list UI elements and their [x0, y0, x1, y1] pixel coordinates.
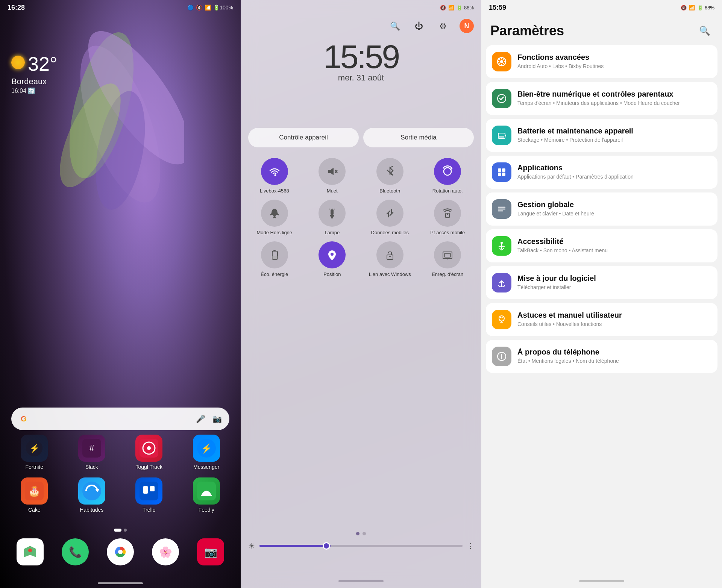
- dock-camera[interactable]: 📷: [197, 538, 224, 565]
- a-propos-text: À propos du téléphone État • Mentions lé…: [517, 348, 711, 365]
- cake-icon: 🎂: [21, 477, 48, 505]
- dock-flower[interactable]: 🌸: [152, 538, 179, 565]
- dock-chrome[interactable]: [107, 538, 134, 565]
- qs-buttons-row: Contrôle appareil Sortie média: [248, 128, 474, 147]
- qs-account-avatar[interactable]: N: [460, 19, 474, 33]
- google-logo: G: [17, 412, 30, 425]
- qs-power-icon[interactable]: ⏻: [411, 19, 426, 34]
- brightness-track[interactable]: [259, 545, 463, 547]
- applications-title: Applications: [517, 164, 711, 172]
- settings-item-astuces[interactable]: Astuces et manuel utilisateur Conseils u…: [486, 303, 717, 336]
- qs-tile-bluetooth[interactable]: Bluetooth: [364, 158, 416, 194]
- gestion-globale-icon: [492, 199, 511, 219]
- settings-item-accessibilite[interactable]: Accessibilité TalkBack • Son mono • Assi…: [486, 229, 717, 262]
- bluetooth-tile-icon: [376, 158, 403, 185]
- settings-item-fonctions-avancees[interactable]: Fonctions avancées Android Auto • Labs •…: [486, 45, 717, 78]
- qs-clock: 15:59 mer. 31 août: [323, 38, 399, 83]
- svg-text:🎂: 🎂: [28, 485, 41, 497]
- google-search-bar[interactable]: G 🎤 📷: [11, 408, 229, 430]
- fonctions-avancees-sub: Android Auto • Labs • Bixby Routines: [517, 63, 711, 70]
- qs-tile-location[interactable]: Position: [306, 241, 359, 278]
- a-propos-title: À propos du téléphone: [517, 348, 711, 356]
- wifi-tile-icon: [261, 158, 288, 185]
- settings-item-mise-a-jour[interactable]: Mise à jour du logiciel Télécharger et i…: [486, 266, 717, 299]
- svg-rect-46: [444, 253, 450, 257]
- qs-tile-flashlight[interactable]: Lampe: [306, 200, 359, 236]
- sortie-media-button[interactable]: Sortie média: [363, 128, 474, 147]
- svg-rect-40: [273, 250, 276, 251]
- svg-rect-32: [331, 209, 334, 215]
- app-toggl[interactable]: Toggl Track: [122, 435, 176, 470]
- qs-search-icon[interactable]: 🔍: [387, 19, 402, 34]
- app-habitudes[interactable]: Habitudes: [65, 477, 119, 513]
- dock-phone[interactable]: 📞: [62, 538, 89, 565]
- rotation-tile-label: Rotation auto.: [432, 188, 463, 194]
- home-screen: 16:28 🔵 🔇 📶 🔋100% 32° Bordeaux 16:04 🔄 G…: [0, 0, 241, 588]
- svg-point-50: [500, 60, 503, 63]
- a-propos-sub: État • Mentions légales • Nom du télépho…: [517, 358, 711, 365]
- svg-rect-16: [82, 482, 101, 500]
- app-feedly[interactable]: Feedly: [180, 477, 234, 513]
- location-tile-label: Position: [323, 271, 341, 278]
- settings-item-gestion-globale[interactable]: Gestion globale Langue et clavier • Date…: [486, 192, 717, 226]
- settings-item-applications[interactable]: Applications Applications par défaut • P…: [486, 156, 717, 189]
- qs-tile-mute[interactable]: Muet: [306, 158, 359, 194]
- qs-tile-data[interactable]: Données mobiles: [364, 200, 416, 236]
- svg-point-44: [389, 256, 391, 257]
- data-tile-icon: [376, 200, 403, 227]
- qs-tile-hotspot[interactable]: Pt accès mobile: [422, 200, 474, 236]
- brightness-more-icon[interactable]: ⋮: [467, 542, 474, 550]
- signal-icon: 📶: [205, 5, 211, 11]
- qs-tile-airplane[interactable]: Mode Hors ligne: [248, 200, 301, 236]
- brightness-control[interactable]: ☀ ⋮: [248, 541, 474, 550]
- cake-label: Cake: [28, 507, 41, 513]
- data-tile-label: Données mobiles: [371, 230, 409, 236]
- dock-maps[interactable]: [17, 538, 44, 565]
- qs-tile-windows[interactable]: Lien avec Windows: [364, 241, 416, 278]
- qs-tile-wifi[interactable]: Livebox-4568: [248, 158, 301, 194]
- accessibilite-text: Accessibilité TalkBack • Son mono • Assi…: [517, 237, 711, 255]
- settings-search-button[interactable]: 🔍: [696, 23, 713, 39]
- controle-appareil-button[interactable]: Contrôle appareil: [248, 128, 359, 147]
- bluetooth-status-icon: 🔵: [187, 5, 194, 11]
- screenrec-tile-label: Enreg. d'écran: [432, 271, 463, 278]
- wifi-tile-label: Livebox-4568: [260, 188, 289, 194]
- svg-point-65: [499, 316, 504, 321]
- location-tile-icon: [319, 241, 346, 268]
- page-dot-1: [114, 529, 121, 532]
- app-fortnite[interactable]: ⚡ Fortnite: [8, 435, 61, 470]
- airplane-tile-icon: [261, 200, 288, 227]
- svg-rect-18: [143, 486, 148, 494]
- fonctions-avancees-text: Fonctions avancées Android Auto • Labs •…: [517, 53, 711, 70]
- mute-tile-icon: [319, 158, 346, 185]
- settings-item-a-propos[interactable]: À propos du téléphone État • Mentions lé…: [486, 340, 717, 373]
- qs-tile-rotation[interactable]: Rotation auto.: [422, 158, 474, 194]
- app-trello[interactable]: Trello: [122, 477, 176, 513]
- weather-temp-row: 32°: [11, 53, 58, 75]
- feedly-label: Feedly: [199, 507, 214, 513]
- applications-icon: [492, 162, 511, 182]
- toggl-label: Toggl Track: [135, 464, 162, 470]
- voice-search-icon[interactable]: 🎤: [194, 412, 207, 425]
- app-messenger[interactable]: ⚡ Messenger: [180, 435, 234, 470]
- settings-battery-icon: 🔋 88%: [697, 5, 714, 11]
- feedly-icon: [193, 477, 220, 505]
- settings-panel: 15:59 🔇 📶 🔋 88% Paramètres 🔍 Fonctions a…: [481, 0, 722, 588]
- lens-search-icon[interactable]: 📷: [211, 412, 223, 425]
- settings-item-bien-etre[interactable]: Bien-être numérique et contrôles parenta…: [486, 82, 717, 115]
- bien-etre-sub: Temps d'écran • Minuteurs des applicatio…: [517, 100, 711, 107]
- svg-point-31: [444, 168, 451, 175]
- weather-widget[interactable]: 32° Bordeaux 16:04 🔄: [11, 53, 58, 94]
- app-cake[interactable]: 🎂 Cake: [8, 477, 61, 513]
- qs-settings-icon[interactable]: ⚙: [435, 19, 450, 34]
- qs-battery-icon: 🔋 88%: [457, 5, 474, 11]
- qs-tile-screenrec[interactable]: Enreg. d'écran: [422, 241, 474, 278]
- svg-rect-17: [140, 482, 158, 500]
- qs-tile-eco[interactable]: Éco. énergie: [248, 241, 301, 278]
- app-slack[interactable]: # Slack: [65, 435, 119, 470]
- rotation-tile-icon: [434, 158, 461, 185]
- battery-icon: 🔋100%: [213, 5, 233, 11]
- settings-item-batterie[interactable]: Batterie et maintenance appareil Stockag…: [486, 119, 717, 152]
- home-wallpaper: [56, 30, 184, 218]
- svg-rect-19: [150, 486, 155, 491]
